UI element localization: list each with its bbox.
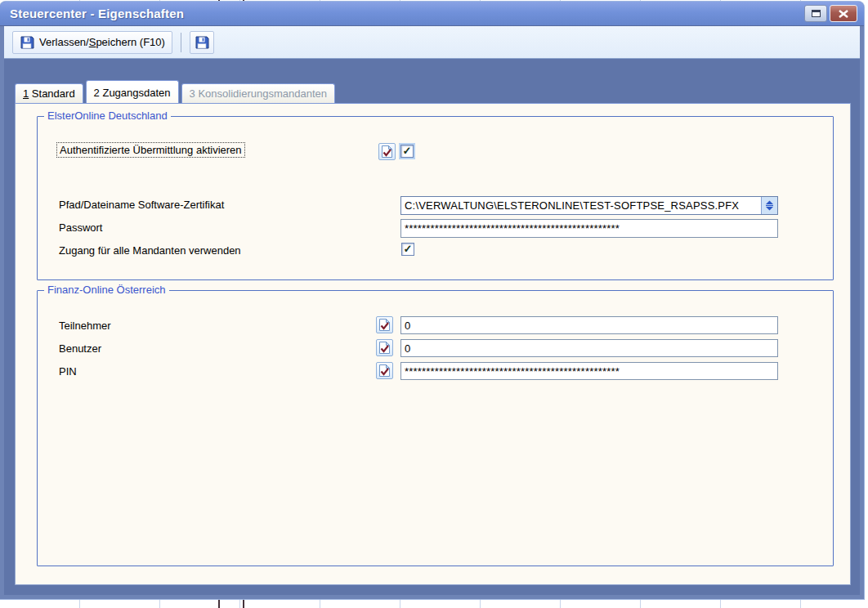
pin-field[interactable]: ****************************************…	[400, 362, 778, 380]
save-button[interactable]	[190, 31, 214, 54]
window-title: Steuercenter - Eigenschaften	[10, 7, 802, 20]
floppy-save-icon	[20, 35, 34, 50]
checkmark-icon: ✓	[403, 145, 412, 157]
window-interior: 1 Standard 2 Zugangsdaten 3 Konsolidieru…	[4, 59, 860, 595]
password-label: Passwort	[59, 221, 102, 234]
teilnehmer-field[interactable]: 0	[400, 316, 778, 334]
toolbar-separator	[181, 33, 181, 52]
pin-value: ****************************************…	[401, 365, 777, 378]
all-clients-label: Zugang für alle Mandanten verwenden	[59, 244, 241, 257]
document-check-icon	[381, 145, 393, 159]
cert-path-field[interactable]: C:\VERWALTUNG\ELSTERONLINE\TEST-SOFTPSE_…	[400, 196, 778, 215]
auth-transmission-checkbox[interactable]: ✓	[400, 145, 414, 158]
up-down-arrows-icon	[765, 200, 774, 211]
group-title: ElsterOnline Deutschland	[44, 110, 171, 122]
floppy-icon	[195, 35, 209, 50]
titlebar: Steuercenter - Eigenschaften	[0, 2, 864, 26]
save-exit-label: Verlassen/Speichern (F10)	[39, 36, 165, 48]
restore-icon	[812, 10, 821, 17]
cert-path-label: Pfad/Dateiname Software-Zertifikat	[59, 199, 224, 211]
cert-path-spinner-button[interactable]	[761, 197, 777, 214]
password-value: ****************************************…	[401, 222, 777, 235]
document-check-icon	[378, 364, 391, 378]
group-finanz-online-oesterreich: Finanz-Online Österreich Teilnehmer 0 Be…	[37, 290, 834, 566]
cert-path-value: C:\VERWALTUNG\ELSTERONLINE\TEST-SOFTPSE_…	[401, 199, 761, 212]
tab-panel-zugangsdaten: ElsterOnline Deutschland Authentifiziert…	[15, 103, 851, 585]
tab-konsolidierungsmandanten[interactable]: 3 Konsolidierungsmandanten	[181, 83, 335, 103]
restore-button[interactable]	[804, 5, 827, 22]
close-button[interactable]	[830, 5, 857, 22]
password-field[interactable]: ****************************************…	[400, 219, 778, 238]
teilnehmer-default-value-button[interactable]	[376, 316, 393, 333]
steuercenter-window: Steuercenter - Eigenschaften Verlassen/S…	[0, 2, 864, 599]
document-check-icon	[378, 341, 391, 355]
group-title: Finanz-Online Österreich	[44, 284, 169, 296]
tab-standard[interactable]: 1 Standard	[15, 83, 83, 103]
toolbar: Verlassen/Speichern (F10)	[4, 26, 860, 59]
auth-default-value-button[interactable]	[378, 143, 396, 160]
pin-default-value-button[interactable]	[376, 362, 393, 379]
tab-strip: 1 Standard 2 Zugangsdaten 3 Konsolidieru…	[15, 80, 338, 103]
pin-label: PIN	[59, 365, 77, 378]
benutzer-default-value-button[interactable]	[376, 339, 393, 356]
benutzer-field[interactable]: 0	[400, 339, 778, 357]
checkmark-icon: ✓	[404, 243, 413, 255]
save-exit-button[interactable]: Verlassen/Speichern (F10)	[12, 31, 172, 54]
tab-zugangsdaten[interactable]: 2 Zugangsdaten	[86, 80, 179, 103]
all-clients-checkbox[interactable]: ✓	[401, 243, 414, 256]
teilnehmer-value: 0	[401, 320, 777, 332]
desktop-background: { "window": { "title": "Steuercenter - E…	[0, 0, 868, 608]
benutzer-value: 0	[401, 342, 777, 355]
teilnehmer-label: Teilnehmer	[59, 320, 111, 332]
close-icon	[839, 10, 848, 18]
auth-transmission-label: Authentifizierte Übermittlung aktivieren	[56, 142, 245, 158]
document-check-icon	[378, 318, 391, 332]
group-elsteronline-deutschland: ElsterOnline Deutschland Authentifiziert…	[37, 116, 834, 280]
benutzer-label: Benutzer	[59, 342, 101, 355]
